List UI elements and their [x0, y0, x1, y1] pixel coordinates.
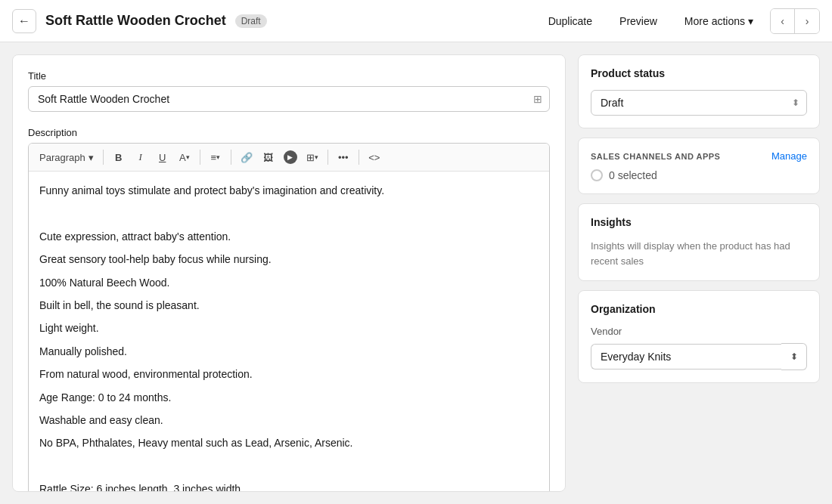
align-chevron-icon: ▾	[216, 153, 220, 161]
organization-card: Organization Vendor Everyday Knits ⬍	[578, 290, 820, 383]
back-button[interactable]: ←	[12, 9, 36, 33]
paragraph-group: Paragraph ▾	[35, 150, 98, 165]
chevron-right-icon: ›	[806, 15, 809, 27]
desc-line-6: Built in bell, the sound is pleasant.	[39, 297, 539, 314]
text-format-group: B I U A ▾	[108, 147, 195, 168]
title-input[interactable]	[28, 86, 550, 112]
insert-group: 🔗 🖼 ▶ ⊞ ▾	[236, 147, 323, 168]
main-content: Title ⊞ Description Paragraph ▾ B I U	[0, 42, 832, 504]
desc-line-2	[39, 205, 539, 221]
insights-title: Insights	[591, 216, 807, 228]
radio-circle	[591, 169, 603, 181]
bold-button[interactable]: B	[108, 147, 129, 168]
editor-toolbar: Paragraph ▾ B I U A ▾ ≡	[29, 144, 549, 172]
duplicate-button[interactable]: Duplicate	[538, 11, 603, 32]
vendor-select[interactable]: Everyday Knits	[591, 344, 781, 369]
sales-channels-card: SALES CHANNELS AND APPS Manage 0 selecte…	[578, 138, 820, 194]
product-status-card: Product status Draft Active ⬍	[578, 54, 820, 128]
desc-line-10: Age Range: 0 to 24 months.	[39, 389, 539, 406]
draft-badge: Draft	[235, 14, 267, 28]
page-title: Soft Rattle Wooden Crochet	[45, 13, 226, 29]
more-actions-button[interactable]: More actions ▾	[674, 11, 764, 32]
desc-line-4: Great sensory tool-help baby focus while…	[39, 251, 539, 267]
preview-button[interactable]: Preview	[609, 11, 668, 32]
desc-line-5: 100% Natural Beech Wood.	[39, 274, 539, 291]
underline-button[interactable]: U	[152, 147, 173, 168]
nav-prev-button[interactable]: ‹	[771, 9, 795, 33]
paragraph-label: Paragraph	[39, 152, 85, 163]
organization-title: Organization	[591, 303, 807, 315]
desc-line-13	[39, 458, 539, 475]
desc-line-9: From natural wood, environmental protect…	[39, 366, 539, 382]
header-actions: Duplicate Preview More actions ▾ ‹ ›	[538, 8, 820, 34]
table-chevron-icon: ▾	[315, 153, 318, 161]
sales-channel-row: 0 selected	[591, 169, 807, 181]
paragraph-chevron-icon: ▾	[88, 152, 94, 163]
product-status-select[interactable]: Draft Active	[591, 90, 807, 116]
title-icon: ⊞	[533, 93, 542, 105]
nav-arrows: ‹ ›	[770, 8, 820, 34]
play-icon: ▶	[284, 150, 297, 164]
selected-count-text: 0 selected	[609, 169, 657, 181]
toolbar-divider-2	[200, 150, 200, 165]
desc-line-8: Manually polished.	[39, 343, 539, 360]
toolbar-divider-1	[103, 150, 104, 165]
insights-description: Insights will display when the product h…	[591, 239, 807, 268]
align-button[interactable]: ≡ ▾	[205, 147, 226, 168]
link-button[interactable]: 🔗	[236, 147, 257, 168]
vendor-label: Vendor	[591, 326, 807, 337]
text-color-button[interactable]: A ▾	[174, 147, 195, 168]
sales-channels-title: SALES CHANNELS AND APPS	[591, 152, 720, 161]
chevron-left-icon: ‹	[781, 15, 784, 27]
desc-line-3: Cute expression, attract baby's attentio…	[39, 228, 539, 245]
desc-line-12: No BPA, Phthalates, Heavy mental such as…	[39, 434, 539, 451]
text-color-label: A	[179, 152, 186, 163]
title-field-wrapper: ⊞	[28, 86, 550, 112]
chevron-down-icon: ▾	[748, 15, 753, 27]
vendor-select-wrapper: Everyday Knits ⬍	[591, 343, 807, 370]
vendor-chevron-button[interactable]: ⬍	[781, 343, 807, 370]
code-group: <>	[364, 147, 385, 168]
title-label: Title	[28, 70, 550, 82]
manage-link[interactable]: Manage	[771, 150, 807, 162]
extra-group: •••	[333, 147, 354, 168]
align-icon: ≡	[210, 152, 216, 163]
code-button[interactable]: <>	[364, 147, 385, 168]
toolbar-divider-5	[359, 150, 359, 165]
description-editor: Paragraph ▾ B I U A ▾ ≡	[28, 143, 550, 492]
desc-line-14: Rattle Size: 6 inches length, 3 inches w…	[39, 481, 539, 492]
paragraph-select[interactable]: Paragraph ▾	[35, 150, 98, 165]
table-button[interactable]: ⊞ ▾	[302, 147, 323, 168]
image-icon: 🖼	[263, 152, 273, 163]
product-form-panel: Title ⊞ Description Paragraph ▾ B I U	[12, 54, 566, 492]
status-select-wrapper: Draft Active ⬍	[591, 90, 807, 116]
sidebar-panel: Product status Draft Active ⬍ SALES CHAN…	[578, 54, 820, 492]
header: ← Soft Rattle Wooden Crochet Draft Dupli…	[0, 0, 832, 42]
italic-button[interactable]: I	[130, 147, 151, 168]
desc-line-7: Light weight.	[39, 320, 539, 336]
more-actions-label: More actions	[685, 15, 745, 27]
description-label: Description	[28, 127, 550, 138]
nav-next-button[interactable]: ›	[795, 9, 819, 33]
description-content-area[interactable]: Funny animal toys stimulate and protect …	[29, 172, 549, 492]
image-button[interactable]: 🖼	[258, 147, 279, 168]
text-color-chevron-icon: ▾	[186, 153, 190, 161]
back-icon: ←	[18, 14, 30, 28]
product-status-title: Product status	[591, 67, 807, 79]
sales-channels-header: SALES CHANNELS AND APPS Manage	[591, 150, 807, 162]
table-icon: ⊞	[306, 152, 315, 163]
toolbar-divider-4	[328, 150, 328, 165]
align-group: ≡ ▾	[205, 147, 226, 168]
link-icon: 🔗	[241, 152, 253, 163]
vendor-chevron-icon: ⬍	[790, 351, 798, 362]
video-button[interactable]: ▶	[280, 147, 301, 168]
toolbar-divider-3	[231, 150, 231, 165]
desc-line-11: Washable and easy clean.	[39, 412, 539, 428]
desc-line-1: Funny animal toys stimulate and protect …	[39, 182, 539, 199]
insights-card: Insights Insights will display when the …	[578, 203, 820, 281]
more-formats-button[interactable]: •••	[333, 147, 354, 168]
